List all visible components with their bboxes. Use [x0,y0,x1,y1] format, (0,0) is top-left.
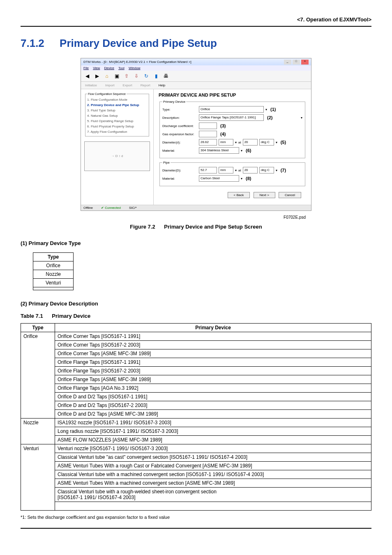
section-2-heading: (2) Primary Device Description [21,301,371,307]
status-connected: ✔ Connected [101,206,121,210]
type-row: Orifice [33,261,74,270]
device-cell: Venturi nozzle [ISO5167-1 1991/ ISO5167-… [55,444,371,453]
subbar-help[interactable]: Help [159,83,165,87]
device-cell: Classical Venturi tube with a rough-weld… [55,488,371,502]
step-6[interactable]: 6. Fluid Physical Property Setup [87,124,147,129]
step-7[interactable]: 7. Apply Flow Configuration [87,129,147,134]
db-icon[interactable]: ▮ [152,72,160,80]
temp-unit-dropdown[interactable]: deg C [259,139,274,146]
discharge-field[interactable] [199,123,217,129]
type-dropdown[interactable]: Orifice [199,106,264,113]
device-cell: Orifice Flange Taps [ASME MFC-3M 1989] [55,375,371,384]
subbar-export: Export [123,83,132,87]
maximize-icon[interactable]: □ [293,60,300,65]
ref-temp-field[interactable]: 20 [243,139,258,146]
type-label: Type: [162,108,197,111]
callout-8: (8) [246,176,251,181]
section-1-heading: (1) Primary Device Type [21,240,371,246]
diameter-d-field[interactable]: 28.62 [199,139,217,146]
diameter-D-field[interactable]: 52.7 [199,167,217,173]
device-cell: Orifice D and D/2 Taps [ISO5167-1 1991] [55,393,371,401]
dropdown-arrow-icon[interactable]: ▾ [301,116,302,120]
figure-title: Primary Device and Pipe Setup Screen [164,224,262,230]
menu-view[interactable]: View [93,66,100,70]
home-icon[interactable]: ⌂ [103,72,111,80]
device-cell: Long radius nozzle [ISO5167-1 1991/ ISO5… [55,427,371,436]
type-cell: Venturi [21,444,55,511]
device-cell: Orifice Corner Taps [ISO5167-1 1991] [55,332,371,341]
step-3[interactable]: 3. Fluid Type Setup [87,108,147,113]
device-cell: ASME Venturi Tubes With a rough Cast or … [55,462,371,470]
temp-unit-dropdown[interactable]: deg C [259,167,274,173]
status-bar: Offline ✔ Connected SIC/* [81,205,311,210]
device-cell: Orifice Flange Taps [ISO5167-1 1991] [55,358,371,367]
menu-file[interactable]: File [83,66,89,70]
toolbar: ◀ ▶ ⌂ ▣ ⇧ ⇩ ↻ ▮ 🖶 [81,71,311,82]
callout-3: (3) [220,123,226,128]
menu-device[interactable]: Device [104,66,114,70]
device-cell: Orifice D and D/2 Taps [ASME MFC-3M 1989… [55,410,371,419]
material-dropdown[interactable]: Carbon Steel [199,175,239,182]
top-rule [21,26,371,27]
step-4[interactable]: 4. Natural Gas Setup [87,113,147,118]
dropdown-arrow-icon[interactable]: ▾ [235,169,237,172]
pipe-diagram: → D ↕ d [84,141,150,171]
minimize-icon[interactable]: _ [284,60,291,65]
step-1[interactable]: 1. Flow Configuration Mode [87,97,147,102]
gas-exp-field[interactable] [199,131,217,137]
download-icon[interactable]: ⇩ [133,72,140,80]
back-button[interactable]: < Back [228,192,250,198]
menu-tool[interactable]: Tool [118,66,125,70]
step-5[interactable]: 5. Fluid Operating Range Setup [87,118,147,124]
material-label: Material: [162,177,197,180]
close-icon[interactable]: × [301,60,309,65]
refresh-icon[interactable]: ↻ [143,72,150,80]
callout-1: (1) [270,107,276,112]
heading-title: Primary Device and Pipe Setup [60,37,217,49]
gas-exp-label: Gas expansion factor: [162,132,197,136]
wizard-sidebar: Flow Configuration Sequence 1. Flow Conf… [81,89,154,205]
table-number: Table 7.1 [21,313,43,319]
subbar-report: Report [141,83,150,87]
window-titlebar: DTM Works - [0 : MV(BCAP) EJX930 V2.1 < … [81,58,311,65]
dropdown-arrow-icon[interactable]: ▾ [276,169,277,172]
print-icon[interactable]: 🖶 [162,72,170,80]
callout-2: (2) [267,115,272,120]
table-title: Primary Device [52,313,90,319]
status-offline: Offline [83,206,93,210]
table-label: Table 7.1 Primary Device [21,313,371,319]
material-dropdown[interactable]: 304 Stainless Steel [199,147,239,154]
subbar-import: Import [105,83,115,87]
next-button[interactable]: Next > [254,192,275,198]
discharge-label: Discharge coefficient: [162,124,197,128]
unit-dropdown[interactable]: mm [219,167,233,173]
page-heading: 7.1.2 Primary Device and Pipe Setup [21,37,371,50]
type-table: Type Orifice Nozzle Venturi [33,252,74,290]
nav-back-icon[interactable]: ◀ [83,72,91,80]
ref-temp-field[interactable]: 20 [243,167,258,173]
step-2[interactable]: 2. Primary Device and Pipe Setup [87,102,147,108]
dropdown-arrow-icon[interactable]: ▾ [241,149,242,153]
diameter-D-label: Diameter(D): [162,169,197,172]
cancel-button[interactable]: Cancel [279,192,301,198]
pipe-legend: Pipe [162,161,171,164]
menu-window[interactable]: Window [129,66,140,70]
type-cell: Orifice [21,332,55,419]
dropdown-arrow-icon[interactable]: ▾ [235,141,237,144]
footnote: *1: Sets the discharge coefficient and g… [21,515,371,520]
type-row: Venturi [33,279,74,287]
unit-dropdown[interactable]: mm [219,139,233,146]
device-icon[interactable]: ▣ [113,72,120,80]
desc-dropdown[interactable]: Orifice Flange Taps [ISO5167-1 1991] [199,114,264,121]
heading-number: 7.1.2 [21,37,44,49]
device-cell: Classical Venturi tube "as cast" converg… [55,453,371,462]
dropdown-arrow-icon[interactable]: ▾ [265,108,267,111]
type-row: Nozzle [33,270,74,279]
upload-icon[interactable]: ⇧ [123,72,130,80]
nav-fwd-icon[interactable]: ▶ [93,72,101,80]
figure-number: Figure 7.2 [130,224,155,230]
device-cell [55,502,371,511]
dropdown-arrow-icon[interactable]: ▾ [276,141,277,144]
dropdown-arrow-icon[interactable]: ▾ [241,177,242,180]
menu-bar: File View Device Tool Window [81,65,311,71]
